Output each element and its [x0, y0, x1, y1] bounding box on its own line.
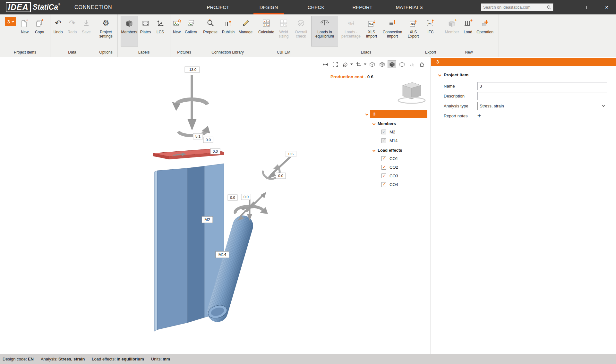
- gallery-button[interactable]: Gallery: [184, 16, 198, 47]
- ribbon-group-project-items: 3 + New + Copy Project items: [0, 14, 50, 57]
- publish-button[interactable]: Publish: [220, 16, 237, 47]
- tree-item-co1[interactable]: CO1: [389, 156, 398, 161]
- rotate-view-icon[interactable]: 2: [341, 60, 349, 68]
- value-label-top: -13.0: [188, 68, 196, 72]
- copy-project-item-button[interactable]: + Copy: [32, 16, 47, 47]
- maximize-button[interactable]: [579, 0, 597, 14]
- tree-item-co3[interactable]: CO3: [389, 174, 398, 178]
- labels-lcs-toggle[interactable]: LCS: [153, 16, 167, 47]
- 3d-viewport[interactable]: -13.0 5.1 0.0 0.0 0.6 0.0 0.0 0.0 M2: [0, 57, 431, 354]
- manage-button[interactable]: Manage: [237, 16, 254, 47]
- checkbox-co4[interactable]: ✓: [381, 182, 386, 187]
- description-label: Description: [444, 94, 477, 98]
- new-load-icon: +: [464, 17, 473, 29]
- minimize-button[interactable]: –: [560, 0, 578, 14]
- new-project-item-button[interactable]: + New: [18, 16, 32, 47]
- member-label-m2: M2: [204, 217, 210, 222]
- tree-root-project-item[interactable]: 3: [370, 110, 427, 118]
- render-solid-icon[interactable]: [388, 60, 396, 68]
- viewport-toolbar: 2: [321, 60, 426, 68]
- report-notes-label: Report notes: [444, 114, 477, 118]
- save-button[interactable]: Save: [80, 16, 93, 47]
- redo-button[interactable]: ↷ Redo: [65, 16, 79, 47]
- undo-button[interactable]: ↶ Undo: [51, 16, 65, 47]
- connection-import-icon: [388, 17, 397, 29]
- dimension-icon[interactable]: [321, 60, 329, 68]
- chevron-down-icon[interactable]: [364, 63, 366, 65]
- tab-report[interactable]: REPORT: [347, 0, 378, 14]
- search-input[interactable]: [483, 5, 547, 10]
- tree-item-co4[interactable]: CO4: [389, 182, 398, 187]
- checkbox-m2[interactable]: ✓: [381, 130, 386, 134]
- home-view-icon[interactable]: [417, 60, 426, 68]
- new-load-button[interactable]: + Load: [461, 16, 475, 47]
- ribbon-group-pictures: New Gallery Pictures: [170, 14, 198, 57]
- save-icon: [82, 17, 90, 29]
- tree-section-load-effects[interactable]: Load effects: [378, 148, 402, 153]
- svg-text:%: %: [284, 23, 287, 27]
- svg-text:×: ×: [264, 20, 266, 23]
- collapse-icon[interactable]: [372, 122, 376, 125]
- loads-percentage-toggle[interactable]: % Loads - percentage: [339, 16, 363, 47]
- render-hidden-lines-icon[interactable]: [378, 60, 386, 68]
- svg-text:%: %: [348, 21, 352, 26]
- checkbox-m14[interactable]: ✓: [381, 138, 386, 143]
- weld-sizing-button[interactable]: % Weld sizing: [276, 16, 292, 47]
- propose-button[interactable]: + Propose: [201, 16, 219, 47]
- collapse-icon[interactable]: [365, 113, 369, 116]
- status-load-effects: Load effects:In equilibrium: [92, 357, 144, 361]
- new-member-button[interactable]: + Member: [444, 16, 460, 47]
- search-box[interactable]: [481, 3, 553, 11]
- labels-members-toggle[interactable]: Members: [121, 16, 138, 47]
- chevron-down-icon[interactable]: [350, 63, 353, 65]
- overall-check-button[interactable]: Overall check: [292, 16, 310, 47]
- checkbox-co3[interactable]: ✓: [381, 174, 386, 178]
- tab-materials[interactable]: MATERIALS: [391, 0, 428, 14]
- value-label-cluster-a: 0.0: [230, 196, 235, 199]
- render-wireframe-icon[interactable]: [368, 60, 376, 68]
- ifc-export-button[interactable]: IFC IFC: [424, 16, 438, 47]
- connection-import-button[interactable]: Connection Import: [380, 16, 405, 47]
- xls-export-button[interactable]: XLS XLS Export: [406, 16, 421, 47]
- zoom-fit-icon[interactable]: [331, 60, 339, 68]
- calculate-button[interactable]: ×−+= Calculate: [258, 16, 275, 47]
- tab-check[interactable]: CHECK: [302, 0, 330, 14]
- add-report-note-button[interactable]: +: [477, 113, 481, 119]
- name-field[interactable]: [477, 82, 607, 90]
- 3d-scene[interactable]: -13.0 5.1 0.0 0.0 0.6 0.0 0.0 0.0 M2: [0, 57, 431, 354]
- close-button[interactable]: ✕: [597, 0, 616, 14]
- loads-in-equilibrium-toggle[interactable]: Loads in equilibrium: [311, 16, 338, 47]
- redo-icon: ↷: [69, 17, 75, 29]
- mirror-icon[interactable]: [407, 60, 416, 68]
- tab-project[interactable]: PROJECT: [203, 0, 233, 14]
- collapse-icon[interactable]: [438, 73, 441, 77]
- analysis-type-select[interactable]: Stress, strain: [477, 102, 607, 110]
- collapse-icon[interactable]: [372, 148, 376, 152]
- balance-scale-icon: [321, 17, 329, 29]
- tree-section-members[interactable]: Members: [378, 121, 396, 126]
- new-operation-button[interactable]: Operation: [476, 16, 494, 47]
- tree-item-m2[interactable]: M2: [389, 130, 395, 134]
- checkbox-co2[interactable]: ✓: [381, 165, 386, 170]
- tree-item-co2[interactable]: CO2: [389, 165, 398, 170]
- section-icon[interactable]: [354, 60, 363, 68]
- svg-text:+: +: [455, 19, 457, 22]
- percentage-icon: %: [347, 17, 355, 29]
- project-item-selector[interactable]: 3: [5, 17, 16, 26]
- tab-design[interactable]: DESIGN: [253, 0, 284, 14]
- magnifier-icon: +: [206, 17, 215, 29]
- search-icon[interactable]: [547, 5, 551, 10]
- render-transparent-icon[interactable]: [398, 60, 406, 68]
- xls-import-button[interactable]: XLS XLS Import: [364, 16, 379, 47]
- checkbox-co1[interactable]: ✓: [381, 156, 386, 161]
- project-settings-button[interactable]: ⚙ Project settings: [96, 16, 116, 47]
- properties-panel: 3 Project item Name Description Analysis…: [431, 57, 616, 354]
- new-picture-button[interactable]: New: [170, 16, 183, 47]
- tree-item-m14[interactable]: M14: [389, 138, 398, 143]
- description-field[interactable]: [477, 92, 607, 100]
- check-icon: ✓: [382, 174, 385, 178]
- labels-plates-toggle[interactable]: Plates: [139, 16, 153, 47]
- logo-statica: StatiCa®: [33, 3, 60, 12]
- ribbon: 3 + New + Copy Project items ↶ Undo: [0, 14, 616, 57]
- nav-cube[interactable]: [398, 82, 425, 103]
